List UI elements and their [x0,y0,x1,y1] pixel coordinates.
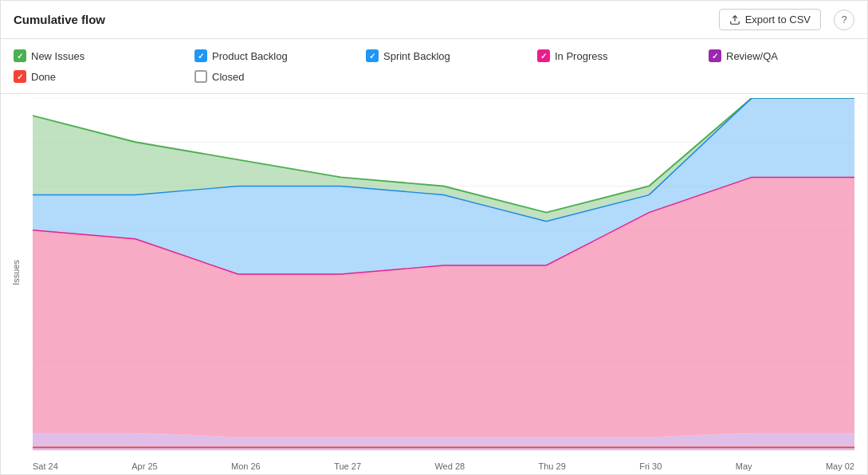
legend-checkbox-done[interactable]: ✓ [14,70,26,83]
x-label-may: May [736,461,752,471]
help-icon: ? [841,14,846,26]
legend-label-in-progress: In Progress [555,50,607,62]
checkmark-done: ✓ [17,73,23,81]
x-axis-labels: Sat 24 Apr 25 Mon 26 Tue 27 Wed 28 Thu 2… [33,461,854,471]
legend-row-1: ✓ New Issues ✓ Product Backlog ✓ Sprint … [14,45,854,66]
export-button[interactable]: Export to CSV [719,9,821,30]
legend-checkbox-product-backlog[interactable]: ✓ [194,49,207,62]
help-button[interactable]: ? [834,10,854,30]
legend-checkbox-new-issues[interactable]: ✓ [14,49,26,62]
export-label: Export to CSV [745,14,811,26]
legend-label-product-backlog: Product Backlog [212,50,288,62]
legend-item-product-backlog[interactable]: ✓ Product Backlog [185,45,356,66]
legend-item-sprint-backlog[interactable]: ✓ Sprint Backlog [356,45,528,66]
chart-svg: 0 5 10 15 20 25 30 35 40 [33,98,854,450]
legend-label-sprint-backlog: Sprint Backlog [383,50,450,62]
checkmark-product-backlog: ✓ [198,52,204,61]
legend-label-new-issues: New Issues [31,50,84,62]
checkmark-new-issues: ✓ [17,52,23,61]
legend-item-review-qa[interactable]: ✓ Review/QA [699,45,868,66]
legend-checkbox-sprint-backlog[interactable]: ✓ [366,49,379,62]
legend-checkbox-closed[interactable]: ✓ [194,70,207,83]
x-label-sat24: Sat 24 [33,461,58,471]
export-icon [729,14,740,26]
legend-label-done: Done [31,71,56,83]
x-label-mon26: Mon 26 [231,461,261,471]
cumulative-flow-page: Cumulative flow Export to CSV ? ✓ New Is… [0,0,868,475]
legend-item-new-issues[interactable]: ✓ New Issues [14,45,185,66]
y-axis-label: Issues [11,260,21,285]
x-label-wed28: Wed 28 [434,461,465,471]
x-label-fri30: Fri 30 [639,461,662,471]
chart-area: Issues 0 5 10 15 20 25 30 35 40 [1,94,867,474]
legend-item-closed[interactable]: ✓ Closed [185,66,356,87]
checkmark-in-progress: ✓ [540,52,547,61]
checkmark-sprint-backlog: ✓ [369,52,375,61]
header: Cumulative flow Export to CSV ? [1,1,867,39]
legend: ✓ New Issues ✓ Product Backlog ✓ Sprint … [1,39,867,94]
legend-checkbox-review-qa[interactable]: ✓ [709,49,721,62]
legend-row-2: ✓ Done ✓ Closed [14,66,854,87]
legend-label-review-qa: Review/QA [726,50,778,62]
x-label-tue27: Tue 27 [334,461,361,471]
x-label-thu29: Thu 29 [539,461,566,471]
legend-item-in-progress[interactable]: ✓ In Progress [528,45,699,66]
checkmark-review-qa: ✓ [712,52,718,61]
legend-item-done[interactable]: ✓ Done [14,66,185,87]
x-label-may02: May 02 [826,461,854,471]
legend-checkbox-in-progress[interactable]: ✓ [537,49,550,62]
page-title: Cumulative flow [14,13,105,26]
legend-label-closed: Closed [212,71,244,83]
x-label-apr25: Apr 25 [132,461,157,471]
